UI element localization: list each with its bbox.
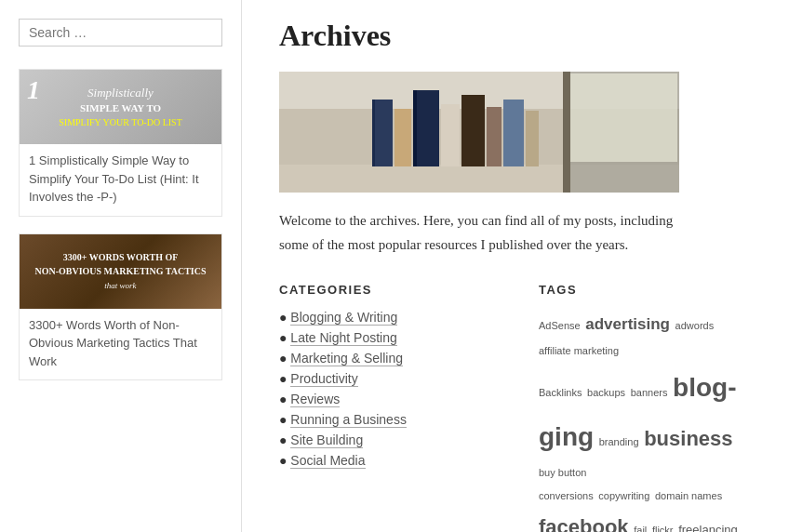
svg-rect-6 — [413, 90, 439, 166]
tag-adwords[interactable]: adwords — [675, 320, 715, 331]
search-wrapper — [19, 19, 222, 47]
categories-heading: CATEGORIES — [279, 283, 492, 297]
welcome-text: Welcome to the archives. Here, you can f… — [279, 209, 679, 257]
tag-branding[interactable]: branding — [599, 436, 639, 447]
svg-rect-3 — [372, 100, 393, 166]
svg-rect-7 — [413, 90, 417, 166]
tags-heading: TAGS — [539, 283, 752, 297]
post-card-1: 1 Simplistically Simple WAY TO Simplify … — [19, 69, 222, 217]
tag-freelancing[interactable]: freelancing — [678, 523, 738, 532]
tag-banners[interactable]: banners — [631, 387, 668, 398]
category-link[interactable]: Marketing & Selling — [290, 351, 403, 366]
post-card-2-title[interactable]: 3300+ Words Worth of Non-Obvious Marketi… — [20, 309, 221, 380]
tags-cloud: AdSense advertising adwords affiliate ma… — [539, 310, 743, 532]
tags-section: TAGS AdSense advertising adwords affilia… — [539, 283, 752, 532]
main-content: Archives — [242, 0, 789, 532]
category-link[interactable]: Social Media — [290, 453, 365, 469]
post-card-1-title[interactable]: 1 Simplistically Simple Way to Simplify … — [20, 144, 221, 216]
category-link[interactable]: Late Night Posting — [290, 330, 396, 346]
list-item: Late Night Posting — [279, 330, 492, 345]
tag-affiliate[interactable]: affiliate marketing — [539, 345, 619, 356]
svg-rect-9 — [461, 95, 485, 166]
list-item: Marketing & Selling — [279, 351, 492, 366]
search-input[interactable] — [19, 19, 222, 47]
list-item: Site Building — [279, 432, 492, 447]
category-link[interactable]: Reviews — [290, 392, 340, 407]
tag-domain-names[interactable]: domain names — [655, 490, 722, 501]
hero-books — [279, 72, 679, 193]
svg-rect-11 — [503, 100, 524, 166]
tag-backlinks[interactable]: Backlinks — [539, 387, 582, 398]
tag-copywriting[interactable]: copywriting — [598, 490, 649, 501]
svg-rect-14 — [563, 72, 570, 193]
categories-list: Blogging & Writing Late Night Posting Ma… — [279, 310, 492, 468]
list-item: Reviews — [279, 392, 492, 406]
category-link[interactable]: Blogging & Writing — [290, 310, 397, 326]
post-card-1-link[interactable]: 1 Simplistically Simple Way to Simplify … — [29, 153, 199, 204]
svg-rect-8 — [441, 104, 460, 166]
two-column-layout: CATEGORIES Blogging & Writing Late Night… — [279, 283, 752, 532]
category-link[interactable]: Site Building — [290, 432, 363, 448]
tag-adsense[interactable]: AdSense — [539, 320, 581, 331]
post-card-2-overlay: 3300+ WORDS WORTH OF NON-OBVIOUS MARKETI… — [27, 243, 213, 300]
list-item: Running a Business — [279, 412, 492, 427]
list-item: Productivity — [279, 371, 492, 386]
post-card-1-image: 1 Simplistically Simple WAY TO Simplify … — [20, 70, 221, 144]
category-link[interactable]: Running a Business — [290, 412, 407, 428]
post-card-2-image: 3300+ WORDS WORTH OF NON-OBVIOUS MARKETI… — [20, 234, 221, 309]
tag-advertising[interactable]: advertising — [585, 315, 670, 333]
post-card-2-link[interactable]: 3300+ Words Worth of Non-Obvious Marketi… — [29, 318, 197, 368]
hero-books-svg — [279, 72, 679, 193]
tag-flickr[interactable]: flickr — [652, 525, 674, 532]
list-item: Blogging & Writing — [279, 310, 492, 325]
tag-business[interactable]: business — [644, 427, 732, 450]
svg-rect-15 — [570, 73, 677, 162]
post-card-1-number: 1 — [27, 75, 40, 105]
tag-conversions[interactable]: conversions — [539, 490, 594, 501]
hero-image — [279, 72, 679, 193]
list-item: Social Media — [279, 453, 492, 468]
categories-section: CATEGORIES Blogging & Writing Late Night… — [279, 283, 492, 532]
tag-backups[interactable]: backups — [587, 387, 625, 398]
post-card-1-overlay: Simplistically Simple WAY TO Simplify YO… — [55, 81, 186, 133]
tag-facebook[interactable]: facebook — [539, 515, 629, 532]
svg-rect-10 — [487, 107, 501, 166]
svg-rect-12 — [526, 111, 539, 166]
page-title: Archives — [279, 19, 752, 53]
svg-rect-5 — [394, 109, 411, 166]
tag-buy-button[interactable]: buy button — [539, 467, 586, 478]
post-card-2: 3300+ WORDS WORTH OF NON-OBVIOUS MARKETI… — [19, 233, 222, 381]
tag-fail[interactable]: fail — [634, 525, 647, 532]
sidebar: 1 Simplistically Simple WAY TO Simplify … — [0, 0, 242, 532]
category-link[interactable]: Productivity — [290, 371, 357, 387]
svg-rect-4 — [372, 100, 375, 166]
